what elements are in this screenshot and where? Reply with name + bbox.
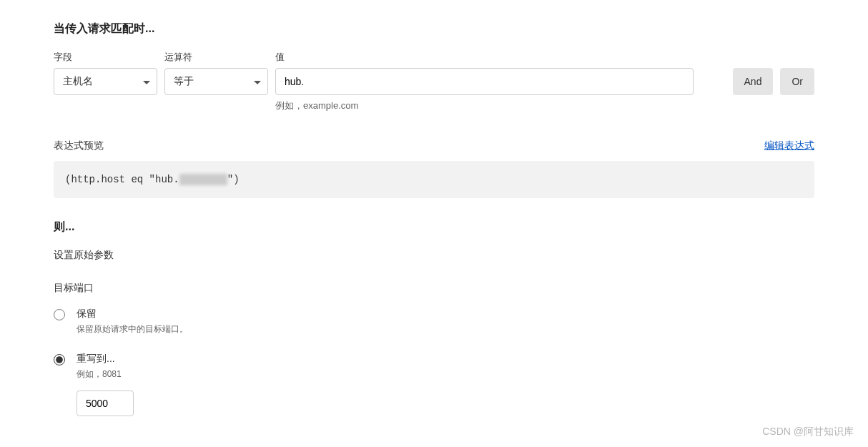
and-button[interactable]: And — [733, 68, 774, 95]
field-group: 字段 主机名 — [54, 51, 157, 95]
preview-section: 表达式预览 编辑表达式 (http.host eq "hub.xxxx xxx"… — [54, 139, 814, 198]
operator-select[interactable]: 等于 — [164, 68, 268, 95]
then-title: 则... — [54, 220, 814, 235]
rewrite-radio[interactable] — [54, 354, 65, 365]
target-port-title: 目标端口 — [54, 282, 814, 295]
keep-hint: 保留原始请求中的目标端口。 — [77, 323, 188, 335]
field-select[interactable]: 主机名 — [54, 68, 157, 95]
edit-expression-link[interactable]: 编辑表达式 — [764, 139, 814, 152]
value-group: 值 例如，example.com — [275, 51, 726, 112]
preview-title: 表达式预览 — [54, 139, 104, 152]
match-section-title: 当传入请求匹配时... — [54, 21, 814, 36]
operator-group: 运算符 等于 — [164, 51, 268, 95]
value-input[interactable] — [275, 68, 694, 95]
rewrite-option: 重写到... 例如，8081 — [54, 353, 814, 416]
port-input[interactable] — [77, 390, 134, 416]
expression-preview: (http.host eq "hub.xxxx xxx") — [54, 161, 814, 198]
keep-radio[interactable] — [54, 309, 65, 320]
rewrite-hint: 例如，8081 — [77, 368, 134, 380]
expression-hidden: xxxx xxx — [179, 174, 227, 185]
value-hint: 例如，example.com — [275, 99, 726, 112]
filter-row: 字段 主机名 运算符 等于 值 例如，example.com And Or — [54, 51, 814, 112]
or-button[interactable]: Or — [780, 68, 814, 95]
field-label: 字段 — [54, 51, 157, 64]
expression-suffix: ") — [227, 174, 240, 185]
expression-text: (http.host eq "hub. — [65, 174, 179, 185]
port-radio-group: 保留 保留原始请求中的目标端口。 重写到... 例如，8081 — [54, 308, 814, 416]
rewrite-label[interactable]: 重写到... — [77, 353, 134, 365]
keep-label[interactable]: 保留 — [77, 308, 188, 320]
operator-label: 运算符 — [164, 51, 268, 64]
value-label: 值 — [275, 51, 726, 64]
then-subtitle: 设置原始参数 — [54, 249, 814, 262]
keep-option: 保留 保留原始请求中的目标端口。 — [54, 308, 814, 335]
then-section: 则... 设置原始参数 目标端口 保留 保留原始请求中的目标端口。 重写到...… — [54, 220, 814, 416]
